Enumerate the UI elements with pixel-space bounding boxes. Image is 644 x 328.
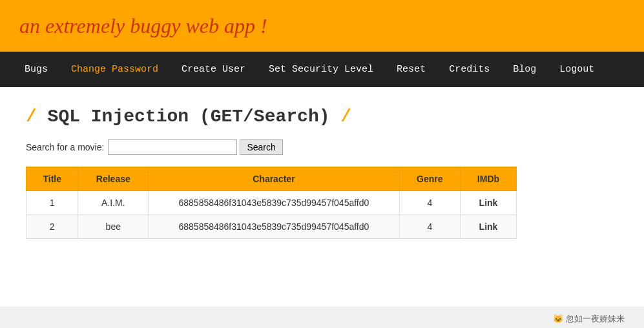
row1-release: A.I.M. [78,191,149,215]
banner: an extremely buggy web app ! [0,0,644,52]
nav-change-password[interactable]: Change Password [59,54,170,85]
row1-imdb-link[interactable]: Link [460,191,516,215]
table-header: Title Release Character Genre IMDb [26,167,517,191]
nav-credits[interactable]: Credits [437,54,501,85]
title-text: SQL Injection (GET/Search) [48,107,330,127]
row1-character: 6885858486f31043e5839c735d99457f045affd0 [149,191,400,215]
col-release: Release [78,167,149,191]
nav-bugs[interactable]: Bugs [13,54,59,85]
row2-release: bee [78,215,149,239]
table-row: 2 bee 6885858486f31043e5839c735d99457f04… [26,215,517,239]
search-label: Search for a movie: [26,142,104,152]
row1-title: 1 [26,191,78,215]
row2-genre: 4 [399,215,460,239]
col-title: Title [26,167,78,191]
main-content: / SQL Injection (GET/Search) / Search fo… [0,87,644,307]
col-imdb: IMDb [460,167,516,191]
navbar: Bugs Change Password Create User Set Sec… [0,52,644,87]
search-input[interactable] [108,139,237,155]
footer-text: 🐱 忽如一夜娇妹来 [553,314,625,323]
col-character: Character [149,167,400,191]
nav-blog[interactable]: Blog [501,54,548,85]
nav-reset[interactable]: Reset [385,54,437,85]
nav-set-security-level[interactable]: Set Security Level [257,54,385,85]
search-button[interactable]: Search [240,139,282,155]
row1-genre: 4 [399,191,460,215]
title-slash-right: / [329,107,351,127]
table-body: 1 A.I.M. 6885858486f31043e5839c735d99457… [26,191,517,239]
row2-character: 6885858486f31043e5839c735d99457f045affd0 [149,215,400,239]
banner-title: an extremely buggy web app ! [19,14,267,38]
col-genre: Genre [399,167,460,191]
page-title: / SQL Injection (GET/Search) / [26,107,618,127]
nav-logout[interactable]: Logout [548,54,606,85]
footer: 🐱 忽如一夜娇妹来 [0,307,644,328]
results-table: Title Release Character Genre IMDb 1 A.I… [26,167,517,239]
header-row: Title Release Character Genre IMDb [26,167,517,191]
nav-create-user[interactable]: Create User [170,54,257,85]
title-slash-left: / [26,107,48,127]
row2-imdb-link[interactable]: Link [460,215,516,239]
row2-title: 2 [26,215,78,239]
search-row: Search for a movie: Search [26,139,618,155]
table-row: 1 A.I.M. 6885858486f31043e5839c735d99457… [26,191,517,215]
